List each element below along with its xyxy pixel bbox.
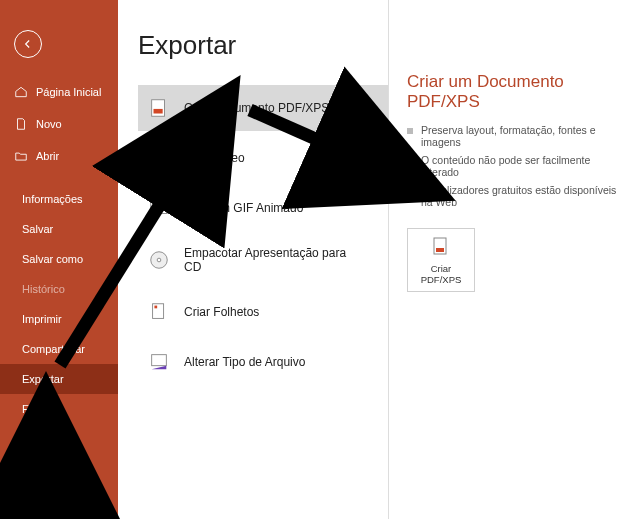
detail-bullet: Visualizadores gratuitos estão disponíve… — [407, 184, 622, 208]
handouts-icon — [146, 300, 172, 324]
nav-home-label: Página Inicial — [36, 86, 101, 98]
create-pdf-button[interactable]: Criar PDF/XPS — [407, 228, 475, 292]
open-icon — [14, 149, 28, 163]
back-arrow-icon — [21, 37, 35, 51]
pdf-icon — [146, 96, 172, 120]
nav-print[interactable]: Imprimir — [0, 304, 118, 334]
nav-print-label: Imprimir — [22, 313, 62, 325]
nav-saveas-label: Salvar como — [22, 253, 83, 265]
nav-share-label: Compartilhar — [22, 343, 85, 355]
nav-history: Histórico — [0, 274, 118, 304]
nav-options-label: Opções — [22, 499, 60, 511]
export-pdf[interactable]: Criar Documento PDF/XPS — [138, 85, 388, 131]
home-icon — [14, 85, 28, 99]
page-title: Exportar — [138, 30, 388, 61]
cd-icon — [146, 248, 172, 272]
nav-history-label: Histórico — [22, 283, 65, 295]
new-icon — [14, 117, 28, 131]
detail-bullet: Preserva layout, formatação, fontes e im… — [407, 124, 622, 148]
backstage-sidebar: Página Inicial Novo Abrir Informações Sa… — [0, 0, 118, 519]
nav-comments-label: Comentários — [22, 469, 84, 481]
export-gif[interactable]: GIF Criar um GIF Animado — [138, 185, 388, 231]
nav-save-label: Salvar — [22, 223, 53, 235]
back-button[interactable] — [14, 30, 42, 58]
nav-export-label: Exportar — [22, 373, 64, 385]
nav-open-label: Abrir — [36, 150, 59, 162]
nav-info-label: Informações — [22, 193, 83, 205]
filetype-icon — [146, 350, 172, 374]
nav-info[interactable]: Informações — [0, 184, 118, 214]
nav-home[interactable]: Página Inicial — [0, 76, 118, 108]
detail-pane: Criar um Documento PDF/XPS Preserva layo… — [388, 0, 640, 519]
nav-close[interactable]: Fechar — [0, 394, 118, 424]
gif-icon: GIF — [146, 196, 172, 220]
nav-saveas[interactable]: Salvar como — [0, 244, 118, 274]
export-pack[interactable]: Empacotar Apresentação para CD — [138, 235, 388, 285]
nav-save[interactable]: Salvar — [0, 214, 118, 244]
nav-comments[interactable]: Comentários — [0, 460, 118, 490]
nav-export[interactable]: Exportar — [0, 364, 118, 394]
svg-rect-9 — [154, 306, 157, 309]
pdf-action-icon — [429, 235, 453, 259]
export-filetype[interactable]: Alterar Tipo de Arquivo — [138, 339, 388, 385]
svg-rect-8 — [153, 304, 164, 319]
export-gif-label: Criar um GIF Animado — [184, 201, 303, 215]
nav-close-label: Fechar — [22, 403, 56, 415]
export-pack-label: Empacotar Apresentação para CD — [184, 246, 354, 274]
export-handouts-label: Criar Folhetos — [184, 305, 259, 319]
svg-rect-12 — [436, 248, 444, 252]
svg-point-7 — [157, 258, 161, 262]
svg-rect-0 — [152, 100, 165, 117]
export-handouts[interactable]: Criar Folhetos — [138, 289, 388, 335]
create-pdf-label: Criar PDF/XPS — [412, 263, 470, 285]
detail-title: Criar um Documento PDF/XPS — [407, 72, 622, 112]
export-video[interactable]: Criar Vídeo — [138, 135, 388, 181]
svg-point-3 — [154, 155, 160, 161]
nav-share[interactable]: Compartilhar — [0, 334, 118, 364]
video-icon — [146, 146, 172, 170]
nav-options[interactable]: Opções — [0, 490, 118, 519]
svg-rect-1 — [154, 109, 163, 114]
main-area: Exportar Criar Documento PDF/XPS Criar V… — [118, 0, 640, 519]
nav-new-label: Novo — [36, 118, 62, 130]
export-pdf-label: Criar Documento PDF/XPS — [184, 101, 329, 115]
export-list: Exportar Criar Documento PDF/XPS Criar V… — [118, 0, 388, 519]
svg-text:GIF: GIF — [154, 204, 165, 211]
export-filetype-label: Alterar Tipo de Arquivo — [184, 355, 305, 369]
nav-new[interactable]: Novo — [0, 108, 118, 140]
svg-rect-10 — [152, 355, 167, 366]
nav-open[interactable]: Abrir — [0, 140, 118, 172]
export-video-label: Criar Vídeo — [184, 151, 245, 165]
detail-bullet: O conteúdo não pode ser facilmente alter… — [407, 154, 622, 178]
